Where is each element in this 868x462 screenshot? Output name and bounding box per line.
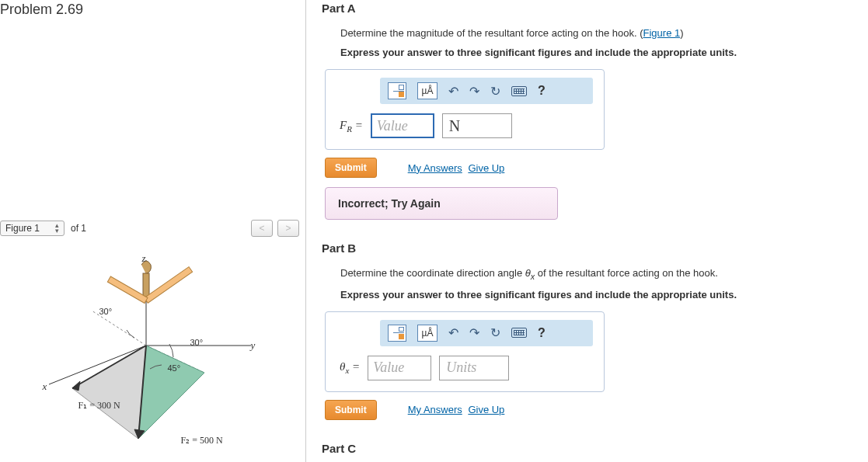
redo-icon[interactable]: ↷ (469, 84, 479, 99)
reset-icon[interactable]: ↻ (490, 325, 500, 340)
undo-icon[interactable]: ↶ (448, 325, 458, 340)
problem-title: Problem 2.69 (0, 2, 299, 18)
angle-30a-label: 30° (99, 307, 113, 316)
part-a-desc: Determine the magnitude of the resultant… (340, 27, 852, 39)
undo-icon[interactable]: ↶ (448, 84, 458, 99)
part-a-title: Part A (322, 2, 852, 15)
axis-y-label: y (251, 339, 256, 352)
part-b-title: Part B (322, 241, 852, 255)
part-a-feedback: Incorrect; Try Again (325, 187, 558, 220)
part-a-give-up-link[interactable]: Give Up (468, 162, 504, 174)
part-b-desc: Determine the coordinate direction angle… (340, 267, 852, 281)
part-b-toolbar: µÅ ↶ ↷ ↻ ? (380, 320, 593, 346)
axis-x-label: x (43, 380, 47, 393)
part-a-answer-box: µÅ ↶ ↷ ↻ ? FR = Value N (325, 69, 605, 150)
part-b-my-answers-link[interactable]: My Answers (408, 404, 462, 415)
part-a: Part A Determine the magnitude of the re… (322, 2, 852, 220)
keyboard-icon[interactable] (511, 328, 527, 338)
part-a-instr: Express your answer to three significant… (340, 47, 852, 58)
figure-canvas: z x y 30° 30° 45° F₁ = 300 N F₂ = 500 N (18, 252, 282, 454)
units-icon[interactable]: µÅ (417, 82, 437, 99)
help-icon[interactable]: ? (538, 84, 546, 98)
part-c: Part C (322, 442, 852, 455)
part-b-variable: θx = (340, 360, 360, 375)
help-icon[interactable]: ? (538, 326, 546, 340)
figure-controls: Figure 1 ▴▾ of 1 < > (0, 220, 299, 237)
part-c-title: Part C (322, 442, 852, 455)
updown-icon: ▴▾ (55, 223, 59, 234)
part-b-give-up-link[interactable]: Give Up (468, 404, 504, 415)
part-a-my-answers-link[interactable]: My Answers (408, 162, 462, 174)
force-f1-label: F₁ = 300 N (78, 400, 120, 412)
reset-icon[interactable]: ↻ (490, 84, 500, 99)
force-f2-label: F₂ = 500 N (181, 435, 223, 446)
svg-marker-6 (72, 346, 146, 439)
part-b-instr: Express your answer to three significant… (340, 289, 852, 300)
redo-icon[interactable]: ↷ (469, 325, 479, 340)
part-a-submit-button[interactable]: Submit (325, 158, 377, 178)
part-b-value-input[interactable]: Value (368, 356, 431, 380)
angle-30b-label: 30° (190, 338, 204, 347)
part-b: Part B Determine the coordinate directio… (322, 241, 852, 420)
template-icon[interactable] (388, 325, 406, 342)
units-icon[interactable]: µÅ (417, 325, 437, 342)
angle-45-label: 45° (168, 363, 181, 373)
svg-rect-8 (144, 267, 192, 304)
part-b-unit-box[interactable]: Units (439, 356, 509, 380)
part-b-submit-button[interactable]: Submit (325, 400, 377, 420)
part-a-value-input[interactable]: Value (371, 113, 434, 138)
part-b-answer-box: µÅ ↶ ↷ ↻ ? θx = Value Units (325, 311, 605, 392)
figure-selector-label: Figure 1 (5, 223, 40, 234)
keyboard-icon[interactable] (511, 86, 527, 96)
svg-marker-7 (138, 346, 204, 439)
template-icon[interactable] (388, 82, 406, 99)
figure-next-button[interactable]: > (277, 220, 299, 237)
figure-link[interactable]: Figure 1 (643, 27, 681, 39)
svg-rect-9 (107, 276, 148, 303)
part-a-toolbar: µÅ ↶ ↷ ↻ ? (380, 78, 593, 104)
axis-z-label: z (142, 252, 146, 265)
figure-of-label: of 1 (71, 223, 86, 234)
figure-selector[interactable]: Figure 1 ▴▾ (0, 221, 64, 236)
part-a-variable: FR = (340, 119, 363, 134)
part-a-unit-box[interactable]: N (442, 113, 512, 138)
figure-prev-button[interactable]: < (251, 220, 273, 237)
